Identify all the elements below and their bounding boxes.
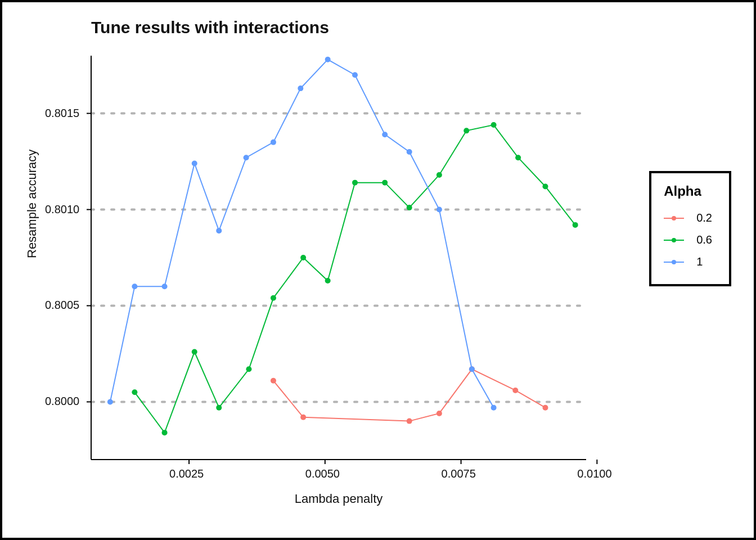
svg-point-43 xyxy=(244,155,249,160)
svg-point-44 xyxy=(271,140,276,145)
svg-point-31 xyxy=(407,205,412,210)
legend-label: 0.2 xyxy=(696,212,712,224)
svg-point-41 xyxy=(192,160,197,166)
svg-point-38 xyxy=(107,399,113,404)
svg-point-17 xyxy=(436,411,442,416)
svg-point-45 xyxy=(298,86,303,91)
legend-item: 0.2 xyxy=(664,207,712,229)
svg-point-48 xyxy=(382,132,388,137)
svg-point-14 xyxy=(271,378,276,384)
y-tick-label: 0.8005 xyxy=(45,299,79,312)
legend-swatch xyxy=(664,213,684,224)
svg-point-28 xyxy=(325,278,331,284)
svg-point-25 xyxy=(246,366,251,372)
svg-point-24 xyxy=(216,405,222,411)
legend-swatch xyxy=(664,256,684,268)
svg-point-36 xyxy=(542,183,548,189)
svg-point-32 xyxy=(436,172,442,178)
x-tick-label: 0.0050 xyxy=(305,467,340,480)
y-axis-label: Resample accuracy xyxy=(25,150,39,258)
chart-frame: Tune results with interactions Resample … xyxy=(0,0,756,540)
x-tick-label: 0.0075 xyxy=(442,467,476,480)
legend-item: 0.6 xyxy=(664,229,712,251)
svg-point-20 xyxy=(542,405,548,411)
x-tick-label: 0.0100 xyxy=(577,467,611,480)
y-tick-label: 0.8000 xyxy=(45,395,79,408)
svg-point-15 xyxy=(300,415,306,420)
legend-title: Alpha xyxy=(664,183,712,199)
svg-point-19 xyxy=(512,388,518,393)
svg-point-29 xyxy=(352,180,358,186)
legend-label: 1 xyxy=(696,255,703,268)
svg-point-34 xyxy=(491,122,497,128)
plot-svg xyxy=(91,56,586,460)
svg-point-49 xyxy=(407,149,412,155)
legend-label: 0.6 xyxy=(696,233,712,246)
svg-point-47 xyxy=(352,72,358,78)
x-tick-label: 0.0025 xyxy=(169,467,204,480)
svg-point-39 xyxy=(132,284,137,289)
svg-point-52 xyxy=(491,405,497,411)
legend: Alpha 0.20.61 xyxy=(649,171,731,286)
svg-point-30 xyxy=(382,180,388,186)
svg-point-40 xyxy=(162,284,168,289)
svg-point-37 xyxy=(573,222,578,228)
x-axis-label: Lambda penalty xyxy=(91,492,586,506)
svg-point-35 xyxy=(515,155,521,160)
legend-items: 0.20.61 xyxy=(664,207,712,273)
svg-point-42 xyxy=(216,228,222,233)
y-tick-label: 0.8015 xyxy=(45,107,79,120)
svg-point-50 xyxy=(436,207,442,213)
legend-swatch xyxy=(664,235,684,246)
svg-point-26 xyxy=(271,295,276,301)
svg-point-22 xyxy=(162,430,168,435)
y-tick-label: 0.8010 xyxy=(45,203,79,216)
svg-point-46 xyxy=(325,57,331,62)
svg-point-21 xyxy=(132,389,137,395)
svg-point-23 xyxy=(192,349,197,355)
svg-point-27 xyxy=(300,255,306,260)
plot-area xyxy=(91,56,586,460)
legend-item: 1 xyxy=(664,251,712,273)
svg-point-16 xyxy=(407,418,412,424)
svg-point-51 xyxy=(469,366,475,372)
chart-title: Tune results with interactions xyxy=(91,18,329,37)
svg-point-33 xyxy=(464,128,469,133)
